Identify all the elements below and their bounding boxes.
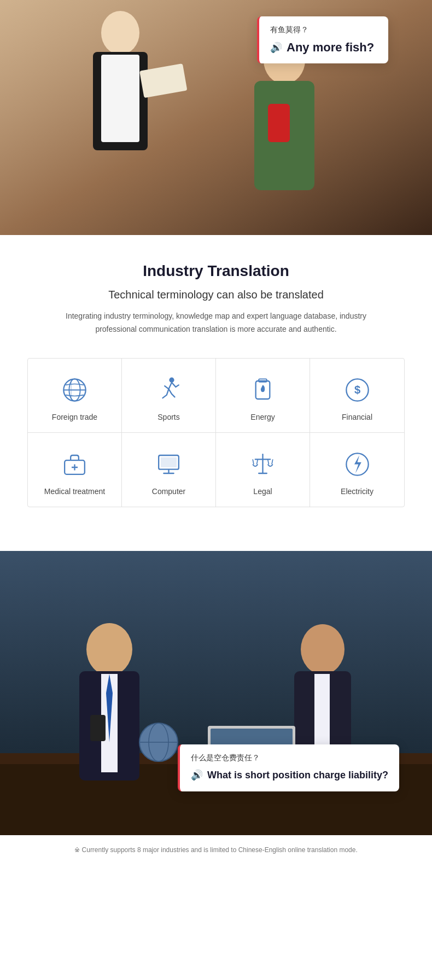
translation-card-2: 什么是空仓费责任？ 🔊 What is short position charg…	[178, 744, 399, 791]
svg-rect-41	[90, 715, 106, 741]
source-text-1: 有鱼莫得？	[270, 25, 377, 35]
electricity-icon	[342, 449, 372, 479]
translation-card-1: 有鱼莫得？ 🔊 Any more fish?	[257, 16, 388, 63]
footer-note-text: ※ Currently supports 8 major industries …	[74, 846, 358, 854]
industry-subtitle: Technical terminology can also be transl…	[22, 289, 410, 301]
icon-cell-electricity[interactable]: Electricity	[310, 433, 404, 507]
medical-label: Medical treatment	[44, 487, 105, 496]
dollar-icon: $	[342, 375, 372, 405]
energy-icon	[248, 375, 278, 405]
foreign-trade-label: Foreign trade	[52, 413, 97, 421]
globe-icon	[60, 375, 90, 405]
source-text-2: 什么是空仓费责任？	[191, 753, 388, 763]
financial-label: Financial	[342, 413, 372, 421]
electricity-label: Electricity	[341, 487, 373, 496]
icon-cell-legal[interactable]: Legal	[216, 433, 310, 507]
legal-icon	[248, 449, 278, 479]
legal-label: Legal	[253, 487, 272, 496]
svg-point-37	[86, 623, 132, 676]
svg-rect-4	[101, 55, 139, 142]
computer-label: Computer	[152, 487, 185, 496]
icon-cell-foreign-trade[interactable]: Foreign trade	[28, 359, 122, 433]
svg-line-30	[268, 459, 269, 464]
medical-icon	[60, 449, 90, 479]
icon-cell-computer[interactable]: Computer	[122, 433, 216, 507]
industry-section: Industry Translation Technical terminolo…	[0, 235, 432, 529]
svg-point-42	[301, 624, 345, 674]
translated-text-1: 🔊 Any more fish?	[270, 40, 377, 55]
svg-rect-23	[161, 457, 177, 467]
runner-icon	[154, 375, 184, 405]
speaker-icon-1: 🔊	[270, 42, 282, 54]
sports-label: Sports	[157, 413, 179, 421]
svg-rect-9	[268, 104, 290, 142]
svg-point-14	[169, 377, 174, 382]
energy-label: Energy	[250, 413, 275, 421]
industry-icons-grid: Foreign trade Sports	[27, 358, 405, 507]
translated-text-2: 🔊 What is short position charge liabilit…	[191, 768, 388, 782]
svg-line-28	[253, 459, 254, 464]
footer-section: ※ Currently supports 8 major industries …	[0, 835, 432, 865]
svg-rect-13	[71, 379, 72, 401]
svg-point-2	[101, 11, 139, 55]
industry-description: Integrating industry terminology, knowle…	[63, 310, 369, 336]
icon-cell-sports[interactable]: Sports	[122, 359, 216, 433]
svg-line-29	[257, 459, 258, 464]
icon-cell-financial[interactable]: $ Financial	[310, 359, 404, 433]
computer-icon	[154, 449, 184, 479]
hero-section-2: 什么是空仓费责任？ 🔊 What is short position charg…	[0, 551, 432, 835]
speaker-icon-2: 🔊	[191, 768, 203, 782]
hero-background-2	[0, 551, 432, 835]
hero-section-1: 有鱼莫得？ 🔊 Any more fish?	[0, 0, 432, 235]
icon-cell-energy[interactable]: Energy	[216, 359, 310, 433]
industry-title: Industry Translation	[22, 262, 410, 280]
icon-cell-medical[interactable]: Medical treatment	[28, 433, 122, 507]
svg-line-31	[272, 459, 273, 464]
svg-text:$: $	[354, 384, 360, 396]
